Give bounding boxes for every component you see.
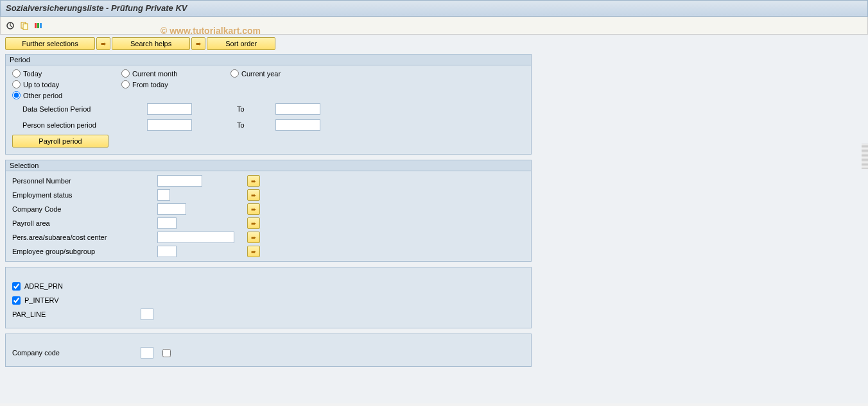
radio-current-month[interactable]: Current month <box>121 69 230 78</box>
company-code-param-checkbox[interactable] <box>162 349 171 357</box>
svg-rect-6 <box>37 23 39 28</box>
par-line-input[interactable] <box>141 309 153 320</box>
employment-status-multi-icon[interactable]: ➨ <box>247 189 260 201</box>
company-group: Company code <box>5 334 532 367</box>
pers-area-label: Pers.area/subarea/cost center <box>10 233 157 241</box>
payroll-area-input[interactable] <box>157 217 177 229</box>
par-line-label: PAR_LINE <box>12 310 141 318</box>
employee-group-label: Employee group/subgroup <box>10 248 157 255</box>
svg-line-2 <box>10 26 12 27</box>
company-code-multi-icon[interactable]: ➨ <box>247 203 260 215</box>
radio-up-to-today[interactable]: Up to today <box>12 80 121 89</box>
employee-group-input[interactable] <box>157 246 177 257</box>
radio-from-today[interactable]: From today <box>121 80 230 89</box>
selection-group: Selection Personnel Number ➨ Employment … <box>5 160 532 262</box>
company-code-label: Company Code <box>10 205 157 213</box>
data-selection-to-label: To <box>192 105 275 113</box>
company-code-param-label: Company code <box>12 349 141 357</box>
selection-group-title: Selection <box>6 160 531 171</box>
personnel-number-input[interactable] <box>157 175 202 187</box>
execute-icon[interactable] <box>4 20 16 31</box>
data-selection-period-label: Data Selection Period <box>12 105 147 113</box>
content-area: Further selections ➨ Search helps ➨ Sort… <box>0 35 868 403</box>
employee-group-multi-icon[interactable]: ➨ <box>247 246 260 257</box>
app-toolbar <box>0 17 868 35</box>
action-button-row: Further selections ➨ Search helps ➨ Sort… <box>0 35 868 53</box>
data-selection-to-input[interactable] <box>275 103 320 115</box>
company-code-param-input1[interactable] <box>141 347 153 359</box>
person-selection-to-input[interactable] <box>275 119 320 131</box>
window-title-bar: Sozialversicherungsliste - Prüfung Priva… <box>0 0 868 17</box>
radio-other-period[interactable]: Other period <box>12 91 121 99</box>
spool-icon[interactable] <box>33 20 44 31</box>
pers-area-multi-icon[interactable]: ➨ <box>247 232 260 243</box>
company-code-row: Company code <box>10 346 527 360</box>
person-selection-from-input[interactable] <box>147 119 192 131</box>
p-interv-label: P_INTERV <box>24 296 59 304</box>
person-selection-to-label: To <box>192 121 275 129</box>
svg-rect-4 <box>23 24 28 30</box>
data-selection-from-input[interactable] <box>147 103 192 115</box>
further-selections-button[interactable]: Further selections <box>5 37 95 50</box>
company-code-input[interactable] <box>157 203 186 215</box>
splitter-handle-icon[interactable] <box>862 144 868 169</box>
person-selection-period-label: Person selection period <box>12 121 147 129</box>
payroll-area-label: Payroll area <box>10 219 157 227</box>
payroll-area-multi-icon[interactable]: ➨ <box>247 217 260 229</box>
adre-prn-label: ADRE_PRN <box>24 282 63 290</box>
radio-today[interactable]: Today <box>12 69 121 78</box>
employment-status-input[interactable] <box>157 189 170 201</box>
par-line-row: PAR_LINE <box>10 307 527 321</box>
sort-order-arrow-icon[interactable]: ➨ <box>191 37 205 50</box>
adre-prn-checkbox[interactable] <box>12 282 21 291</box>
adre-prn-row: ADRE_PRN <box>10 279 527 293</box>
p-interv-checkbox[interactable] <box>12 296 21 305</box>
svg-rect-7 <box>40 23 42 28</box>
search-helps-button[interactable]: Search helps <box>112 37 190 50</box>
payroll-period-button[interactable]: Payroll period <box>12 135 108 148</box>
params-group: ADRE_PRN P_INTERV PAR_LINE <box>5 267 532 328</box>
personnel-number-label: Personnel Number <box>10 177 157 185</box>
period-group-title: Period <box>6 55 531 65</box>
pers-area-input[interactable] <box>157 232 234 243</box>
personnel-number-multi-icon[interactable]: ➨ <box>247 175 260 187</box>
window-title: Sozialversicherungsliste - Prüfung Priva… <box>6 3 187 13</box>
sort-order-button[interactable]: Sort order <box>207 37 275 50</box>
employment-status-label: Employment status <box>10 191 157 199</box>
variant-icon[interactable] <box>19 20 30 31</box>
search-helps-arrow-icon[interactable]: ➨ <box>96 37 110 50</box>
svg-rect-5 <box>35 23 37 28</box>
period-group: Period Today Current month Current year … <box>5 54 532 155</box>
p-interv-row: P_INTERV <box>10 293 527 307</box>
radio-current-year[interactable]: Current year <box>230 69 340 78</box>
